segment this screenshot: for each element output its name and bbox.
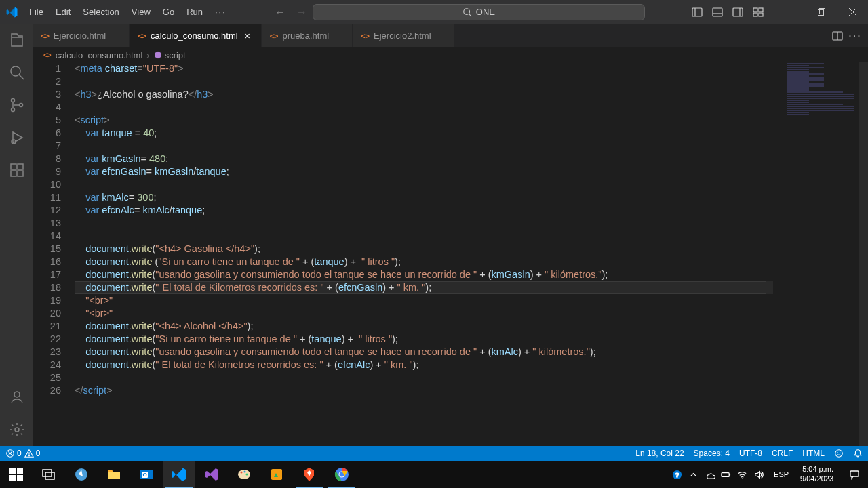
visual-studio-icon[interactable] [195, 461, 228, 488]
explorer-icon[interactable] [0, 24, 33, 56]
menu-go[interactable]: Go [157, 4, 180, 20]
svg-point-21 [20, 104, 23, 107]
chevron-right-icon: › [146, 50, 149, 60]
toggle-panel-icon[interactable] [708, 3, 727, 22]
menu-more-icon[interactable]: ··· [210, 4, 232, 20]
source-control-icon[interactable] [0, 89, 33, 121]
chevron-up-icon[interactable] [688, 470, 698, 480]
split-editor-icon[interactable] [830, 28, 845, 43]
svg-rect-6 [733, 8, 743, 16]
svg-rect-9 [759, 8, 763, 12]
status-cursor-position[interactable]: Ln 18, Col 22 [635, 449, 684, 458]
html-file-icon: <> [43, 52, 52, 59]
status-feedback-icon[interactable] [834, 449, 844, 458]
taskbar-app-1[interactable] [65, 461, 98, 488]
code-editor[interactable]: 1234567891011121314151617181920212223242… [33, 62, 868, 446]
breadcrumb[interactable]: <> calculo_consumo.html › script [33, 47, 868, 62]
action-center-icon[interactable] [841, 461, 868, 488]
svg-rect-40 [17, 468, 23, 474]
activity-bar [0, 24, 33, 446]
error-icon [5, 449, 15, 458]
run-debug-icon[interactable] [0, 121, 33, 154]
close-icon[interactable]: × [242, 30, 253, 41]
svg-rect-60 [729, 474, 730, 475]
menu-file[interactable]: File [24, 4, 49, 20]
search-icon[interactable] [0, 56, 33, 89]
svg-rect-59 [722, 472, 729, 476]
status-encoding[interactable]: UTF-8 [739, 449, 762, 458]
html-file-icon: <> [41, 32, 50, 40]
svg-rect-39 [9, 468, 16, 474]
status-indentation[interactable]: Spaces: 4 [694, 449, 730, 458]
menu-view[interactable]: View [126, 4, 156, 20]
language-indicator[interactable]: ESP [770, 470, 793, 479]
toggle-sidebar-right-icon[interactable] [728, 3, 747, 22]
file-explorer-icon[interactable] [98, 461, 130, 488]
vscode-logo-icon [0, 6, 24, 18]
svg-point-52 [246, 474, 248, 476]
status-warnings[interactable]: 0 [24, 449, 41, 458]
html-file-icon: <> [138, 32, 146, 40]
status-errors[interactable]: 0 [5, 449, 22, 458]
battery-icon[interactable] [721, 470, 731, 480]
svg-rect-2 [692, 8, 702, 16]
window-close-icon[interactable] [837, 0, 868, 24]
accounts-icon[interactable] [0, 381, 33, 413]
svg-rect-62 [850, 471, 859, 476]
outlook-icon[interactable]: O [130, 461, 163, 488]
status-eol[interactable]: CRLF [772, 449, 793, 458]
onedrive-icon[interactable] [705, 470, 715, 480]
svg-rect-10 [753, 13, 757, 16]
extensions-icon[interactable] [0, 154, 33, 186]
svg-point-61 [742, 478, 743, 479]
menu-edit[interactable]: Edit [50, 4, 76, 20]
status-notifications-icon[interactable] [853, 449, 863, 458]
paint-icon[interactable] [228, 461, 260, 488]
system-tray[interactable]: ? [668, 470, 768, 480]
command-center-search[interactable]: ONE [313, 4, 645, 20]
menu-run[interactable]: Run [181, 4, 208, 20]
title-bar: File Edit Selection View Go Run ··· ← → … [0, 0, 868, 24]
minimap[interactable] [784, 62, 859, 446]
taskbar-clock[interactable]: 5:04 p.m. 9/04/2023 [795, 465, 839, 484]
taskbar-app-2[interactable] [260, 461, 293, 488]
task-view-icon[interactable] [33, 461, 65, 488]
menu-selection[interactable]: Selection [77, 4, 124, 20]
svg-point-38 [840, 452, 840, 453]
tab-ejercicio[interactable]: <>Ejercicio.html× [33, 24, 130, 47]
volume-icon[interactable] [753, 470, 764, 480]
help-icon[interactable]: ? [672, 470, 682, 480]
wifi-icon[interactable] [737, 470, 747, 480]
tab-ejercicio2[interactable]: <>Ejercicio2.html× [353, 24, 454, 47]
tab-label: Ejercicio.html [54, 30, 106, 41]
more-actions-icon[interactable]: ··· [848, 28, 863, 43]
start-button[interactable] [0, 461, 33, 488]
vscode-icon[interactable] [163, 461, 195, 488]
svg-rect-4 [713, 8, 722, 16]
svg-rect-11 [759, 13, 763, 16]
svg-point-27 [14, 392, 20, 397]
brave-browser-icon[interactable] [293, 461, 326, 488]
code-content[interactable]: <meta charset="UTF-8"> <h3>¿Alcohol o ga… [75, 62, 868, 446]
window-maximize-icon[interactable] [806, 0, 837, 24]
toggle-sidebar-left-icon[interactable] [688, 3, 707, 22]
window-minimize-icon[interactable] [774, 0, 806, 24]
customize-layout-icon[interactable] [749, 3, 768, 22]
settings-gear-icon[interactable] [0, 413, 33, 446]
svg-point-0 [464, 8, 470, 14]
vertical-scrollbar[interactable] [859, 62, 868, 446]
svg-rect-43 [43, 470, 52, 476]
tab-prueba[interactable]: <>prueba.html× [262, 24, 353, 47]
tab-label: calculo_consumo.html [151, 30, 238, 41]
tab-calculo-consumo[interactable]: <>calculo_consumo.html× [130, 24, 261, 47]
svg-line-1 [469, 14, 471, 16]
svg-rect-41 [9, 475, 16, 481]
svg-point-35 [28, 455, 29, 456]
nav-back-icon[interactable]: ← [275, 6, 285, 18]
status-language[interactable]: HTML [802, 449, 825, 458]
chrome-browser-icon[interactable] [326, 461, 358, 488]
svg-rect-44 [45, 472, 54, 479]
svg-rect-8 [753, 8, 757, 12]
svg-point-28 [15, 428, 19, 432]
nav-forward-icon[interactable]: → [296, 6, 307, 18]
